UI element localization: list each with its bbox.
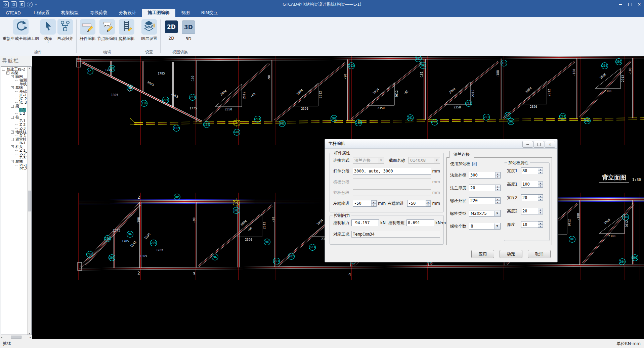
tree-horizontal-scrollbar[interactable]: ◄► xyxy=(0,335,32,339)
svg-text:1775: 1775 xyxy=(113,229,120,232)
minimize-button[interactable] xyxy=(616,0,625,9)
svg-text:3094: 3094 xyxy=(240,219,248,227)
help-icon[interactable]: ? xyxy=(27,2,33,7)
svg-text:2012: 2012 xyxy=(625,220,629,228)
svg-text:-181: -181 xyxy=(420,71,423,79)
svg-text:210: 210 xyxy=(105,237,110,240)
flange-connection-tab-area: 法兰连接 使用加劲板 ✓ 法兰外径 ▲▼ 法兰厚度 ▲▼ 螺栓外径 xyxy=(446,151,552,245)
tree-item-单线[interactable]: 单线 xyxy=(1,82,28,86)
dialog-titlebar[interactable]: 主杆编辑 × xyxy=(325,139,557,149)
bolt-type-combo[interactable]: M20x75▼ xyxy=(469,210,501,217)
use-stiffener-checkbox[interactable]: ✓ xyxy=(472,162,477,166)
menu-tab-工程设置[interactable]: 工程设置 xyxy=(27,9,55,17)
apply-button[interactable]: 应用 xyxy=(471,250,494,258)
svg-text:2300: 2300 xyxy=(604,90,611,93)
flange-thickness-stepper[interactable]: ▲▼ xyxy=(469,185,501,191)
svg-text:2350: 2350 xyxy=(245,238,252,241)
view-2d-button[interactable]: 2D 2D xyxy=(164,19,179,49)
auto-merge-button[interactable]: 自动归并 xyxy=(57,19,73,49)
tree-item-构架[interactable]: -构架 xyxy=(1,71,28,75)
sidebar-title: 导航栏 xyxy=(0,56,32,65)
member-edit-button[interactable]: 杆件编辑 xyxy=(80,19,96,49)
bolt-circle-stepper[interactable]: ▲▼ xyxy=(469,197,501,204)
tree-item-PT-2[interactable]: PT-2 xyxy=(1,167,28,171)
svg-text:202: 202 xyxy=(508,120,513,123)
axial-force-label: 控制轴力 xyxy=(333,220,351,226)
dialog-close-icon[interactable]: × xyxy=(545,141,555,148)
cancel-button[interactable]: 取消 xyxy=(528,250,551,258)
qat-app-icon[interactable]: ◔ xyxy=(3,1,9,7)
control-force-group: 控制内力 控制轴力 kN 控制弯矩 kN·m 对应工况 xyxy=(330,215,444,245)
svg-text:210: 210 xyxy=(141,102,146,105)
thickness-stepper[interactable]: ▲▼ xyxy=(521,221,543,228)
svg-text:202: 202 xyxy=(280,122,285,125)
gusset-plate-edit-button[interactable]: 节点板编辑 xyxy=(97,19,117,49)
svg-text:306: 306 xyxy=(632,256,637,259)
moment-input[interactable] xyxy=(406,219,434,226)
flange-od-stepper[interactable]: ▲▼ xyxy=(469,172,501,179)
menu-tab-BIM交互[interactable]: BIM交互 xyxy=(196,9,224,17)
dialog-maximize-button[interactable] xyxy=(533,141,544,148)
tree-vertical-scrollbar[interactable]: ▲▼ xyxy=(27,67,31,335)
tree-item-JC-3[interactable]: JC-3 xyxy=(1,101,28,104)
regenerate-all-drawings-button[interactable]: 重新生成全部施工图 xyxy=(3,19,39,49)
svg-text:3094: 3094 xyxy=(448,87,456,94)
svg-text:201: 201 xyxy=(560,115,565,118)
svg-text:202: 202 xyxy=(432,120,437,124)
svg-text:202: 202 xyxy=(212,255,217,259)
menu-tab-导线荷载[interactable]: 导线荷载 xyxy=(84,9,113,17)
tree-item-B-1[interactable]: B-1 xyxy=(1,141,28,145)
svg-text:2012: 2012 xyxy=(243,92,246,99)
ok-button[interactable]: 确定 xyxy=(500,250,522,258)
ribbon-separator xyxy=(76,19,77,53)
segment-input[interactable] xyxy=(353,168,431,175)
select-dropdown-icon[interactable]: ▾ xyxy=(47,42,49,43)
width1-label: 宽度1 xyxy=(507,168,521,174)
svg-text:2300: 2300 xyxy=(608,235,615,238)
svg-text:1785: 1785 xyxy=(158,72,165,75)
svg-text:601: 601 xyxy=(233,209,239,212)
svg-text:2012: 2012 xyxy=(621,75,625,82)
close-button[interactable]: × xyxy=(635,0,644,9)
svg-text:201: 201 xyxy=(569,238,574,241)
svg-text:2012: 2012 xyxy=(319,91,322,98)
use-stiffener-label: 使用加劲板 xyxy=(450,161,470,167)
menu-tab-施工图编辑[interactable]: 施工图编辑 xyxy=(142,9,175,17)
svg-text:204: 204 xyxy=(619,260,625,263)
right-inset-stepper[interactable]: ▲▼ xyxy=(407,200,431,207)
tree-item-Z-3_1[interactable]: Z-3_1 xyxy=(1,156,28,160)
menu-tab-构架模型[interactable]: 构架模型 xyxy=(55,9,84,17)
menu-tab-GTCAD[interactable]: GTCAD xyxy=(0,9,27,17)
svg-text:204: 204 xyxy=(602,64,607,67)
svg-text:背立面图: 背立面图 xyxy=(602,174,626,181)
tab-flange-connection[interactable]: 法兰连接 xyxy=(449,151,474,158)
qat-dropdown-icon[interactable]: ▾ xyxy=(35,3,37,6)
ladder-edit-button[interactable]: 爬梯编辑 xyxy=(119,19,135,49)
bolt-count-combo[interactable]: 8▼ xyxy=(469,223,501,230)
svg-text:1785: 1785 xyxy=(105,68,112,72)
view-3d-button[interactable]: 3D 3D xyxy=(180,19,197,49)
left-inset-label: 左端缩进 xyxy=(333,201,353,206)
connect-mode-combo[interactable]: 法兰连接▼ xyxy=(353,157,384,164)
menu-tab-分析设计[interactable]: 分析设计 xyxy=(113,9,142,17)
height2-stepper[interactable]: ▲▼ xyxy=(521,208,543,214)
height1-stepper[interactable]: ▲▼ xyxy=(521,181,543,188)
cursor-icon xyxy=(41,19,55,34)
axial-force-input[interactable] xyxy=(351,219,379,226)
dialog-minimize-button[interactable] xyxy=(522,141,533,148)
maximize-button[interactable] xyxy=(625,0,635,9)
svg-text:205: 205 xyxy=(163,98,168,102)
select-button[interactable]: 选择 ▾ xyxy=(40,19,56,49)
tree-item-L-2[interactable]: L-2 xyxy=(1,112,28,115)
qat-tool-icon[interactable]: ◩ xyxy=(19,1,25,7)
width2-stepper[interactable]: ▲▼ xyxy=(521,194,543,201)
svg-text:1785: 1785 xyxy=(156,248,163,252)
left-inset-stepper[interactable]: ▲▼ xyxy=(353,200,377,207)
svg-text:202: 202 xyxy=(585,119,590,122)
section-name-combo[interactable]: 0140X8▼ xyxy=(409,157,440,164)
qat-window-icon[interactable]: ◳ xyxy=(11,1,17,7)
width1-stepper[interactable]: ▲▼ xyxy=(521,167,543,174)
layer-settings-button[interactable]: 图层设置 xyxy=(141,19,157,49)
menu-tab-视图[interactable]: 视图 xyxy=(175,9,196,17)
hplate-input xyxy=(353,179,431,185)
